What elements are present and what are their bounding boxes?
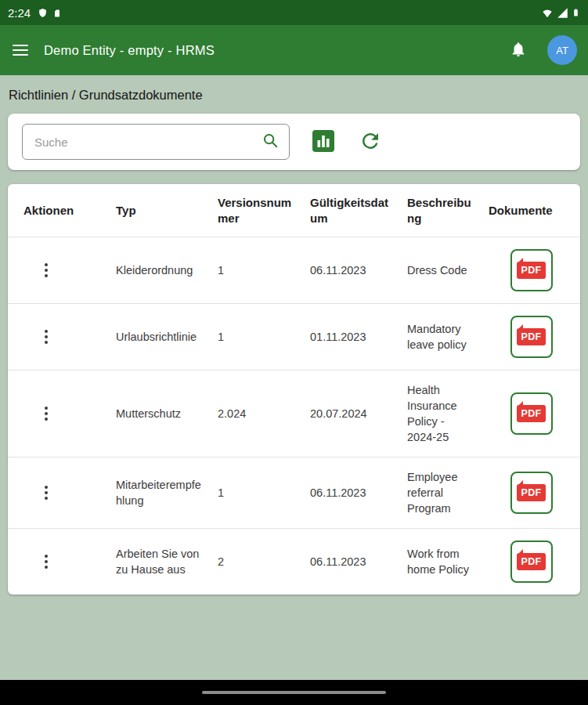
cellular-signal-icon <box>557 7 568 19</box>
wifi-icon <box>541 7 554 19</box>
chart-view-button[interactable] <box>310 128 337 157</box>
clock: 2:24 <box>8 6 31 20</box>
pdf-icon: PDF <box>517 484 545 502</box>
sd-card-icon <box>52 8 62 18</box>
app-bar: Demo Entity - empty - HRMS AT <box>0 25 588 75</box>
pdf-icon: PDF <box>517 262 545 280</box>
pdf-icon: PDF <box>517 405 545 423</box>
shield-icon <box>38 8 48 18</box>
row-actions-button[interactable] <box>41 259 52 281</box>
bell-icon <box>510 41 527 60</box>
pdf-icon: PDF <box>517 553 545 571</box>
header-beschreibung: Beschreibung <box>401 184 482 237</box>
header-typ: Typ <box>110 184 211 237</box>
cell-typ: Urlaubsrichtlinie <box>110 304 211 371</box>
cell-version: 1 <box>211 237 304 304</box>
header-aktionen: Aktionen <box>8 184 110 237</box>
app-screen: 2:24 Demo Entity - empty - HR <box>0 0 588 705</box>
cell-typ: Mutterschutz <box>110 371 211 457</box>
table-row: Urlaubsrichtlinie 1 01.11.2023 Mandatory… <box>8 304 580 371</box>
table-row: Mitarbeiterempfehlung 1 06.11.2023 Emplo… <box>8 457 580 529</box>
cell-datum: 06.11.2023 <box>304 457 401 529</box>
refresh-icon <box>359 129 382 155</box>
header-versionsnummer: Versionsnummer <box>211 184 304 237</box>
cell-beschreibung: Work from home Policy <box>401 529 482 595</box>
cell-version: 2 <box>211 529 304 595</box>
status-icons-left <box>38 8 62 18</box>
notifications-button[interactable] <box>508 39 528 62</box>
search-toolbar <box>8 114 580 170</box>
table-header-row: Aktionen Typ Versionsnummer Gültigkeitsd… <box>8 184 580 237</box>
cell-datum: 01.11.2023 <box>304 304 401 371</box>
search-icon <box>262 132 279 152</box>
cell-beschreibung: Health Insurance Policy - 2024-25 <box>401 371 482 457</box>
header-dokumente: Dokumente <box>482 184 580 237</box>
cell-beschreibung: Dress Code <box>401 237 482 304</box>
bar-chart-icon <box>312 129 335 155</box>
pdf-icon: PDF <box>517 328 545 346</box>
cell-beschreibung: Employee referral Program <box>401 457 482 529</box>
search-field <box>22 124 290 160</box>
pdf-document-button[interactable]: PDF <box>510 392 553 435</box>
cell-datum: 06.11.2023 <box>304 529 401 595</box>
pdf-document-button[interactable]: PDF <box>510 472 553 514</box>
row-actions-button[interactable] <box>41 482 52 504</box>
header-gueltigkeitsdatum: Gültigkeitsdatum <box>304 184 401 237</box>
cell-version: 2.024 <box>211 371 304 457</box>
table-row: Mutterschutz 2.024 20.07.2024 Health Ins… <box>8 371 580 457</box>
hamburger-icon <box>13 45 28 56</box>
cell-version: 1 <box>211 457 304 529</box>
menu-button[interactable] <box>11 43 30 57</box>
row-actions-button[interactable] <box>41 403 52 425</box>
pdf-document-button[interactable]: PDF <box>510 249 553 291</box>
page-title: Richtlinien / Grundsatzdokumente <box>0 75 588 114</box>
cell-datum: 20.07.2024 <box>304 371 401 457</box>
policies-table-card: Aktionen Typ Versionsnummer Gültigkeitsd… <box>8 184 580 595</box>
cell-version: 1 <box>211 304 304 371</box>
refresh-button[interactable] <box>357 128 384 157</box>
search-input[interactable] <box>33 135 262 150</box>
cell-typ: Mitarbeiterempfehlung <box>110 457 211 529</box>
battery-icon <box>572 6 580 19</box>
cell-typ: Arbeiten Sie von zu Hause aus <box>110 529 211 595</box>
cell-datum: 06.11.2023 <box>304 237 401 304</box>
table-row: Kleiderordnung 1 06.11.2023 Dress Code P… <box>8 237 580 304</box>
status-icons-right <box>541 6 580 19</box>
cell-beschreibung: Mandatory leave policy <box>401 304 482 371</box>
app-title: Demo Entity - empty - HRMS <box>44 43 494 58</box>
row-actions-button[interactable] <box>41 326 52 348</box>
pdf-document-button[interactable]: PDF <box>510 316 553 358</box>
navigation-bar <box>0 680 588 705</box>
table-row: Arbeiten Sie von zu Hause aus 2 06.11.20… <box>8 529 580 595</box>
avatar[interactable]: AT <box>547 35 577 65</box>
gesture-handle[interactable] <box>202 691 386 694</box>
pdf-document-button[interactable]: PDF <box>510 540 553 583</box>
status-bar: 2:24 <box>0 0 588 25</box>
policies-table: Aktionen Typ Versionsnummer Gültigkeitsd… <box>8 184 580 595</box>
cell-typ: Kleiderordnung <box>110 237 211 304</box>
row-actions-button[interactable] <box>41 551 52 573</box>
